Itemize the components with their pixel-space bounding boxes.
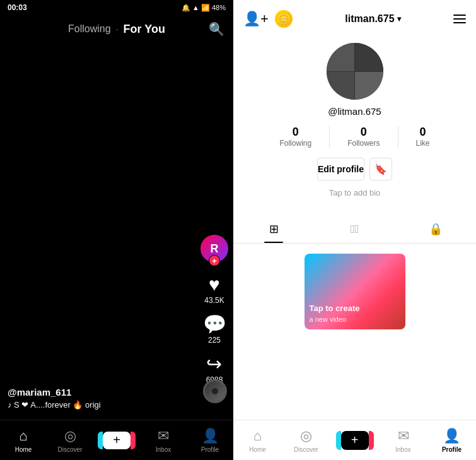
likes-count: 0 [420,126,426,139]
nav-home[interactable]: ⌂ Home [0,428,47,453]
stat-followers[interactable]: 0 Followers [329,126,397,148]
right-nav-profile[interactable]: 👤 Profile [427,428,476,453]
profile-avatar-section: @litman.675 0 Following 0 Followers 0 Li… [233,38,476,215]
tab-videos[interactable]: ⊞ [233,215,314,243]
home-label: Home [15,446,32,453]
chevron-down-icon: ▾ [397,15,401,23]
video-grid-area: Tap to create a new video [233,244,476,339]
home-icon: ⌂ [19,428,27,444]
videos-grid-icon: ⊞ [269,222,279,236]
nav-profile[interactable]: 👤 Profile [187,428,233,453]
create-video-title: Tap to create [310,304,360,313]
avatar-collage [327,43,383,100]
discover-label: Discover [58,446,83,453]
profile-handle: @litman.675 [328,106,381,117]
right-home-label: Home [249,446,266,453]
video-username[interactable]: @mariam_611 [8,387,195,398]
create-video-subtitle: a new video [310,316,347,323]
right-nav-discover[interactable]: ◎ Discover [282,428,330,453]
right-nav-home[interactable]: ⌂ Home [233,428,282,453]
create-button[interactable]: + [103,432,131,449]
nav-create[interactable]: + [93,432,140,449]
status-icons: 🔔 ▲ 📶 48% [182,4,226,12]
right-discover-icon: ◎ [300,428,312,444]
inbox-label: Inbox [156,446,171,453]
followers-count: 0 [361,126,367,139]
right-create-button[interactable]: + [341,431,369,450]
profile-avatar[interactable] [327,43,383,100]
avatar-photo-1 [327,43,355,71]
following-count: 0 [293,126,299,139]
inbox-icon: ✉ [158,428,169,444]
creator-avatar[interactable]: R + [200,235,228,262]
avatar-photo-2 [355,43,383,71]
like-count: 43.5K [204,296,224,305]
nav-inbox[interactable]: ✉ Inbox [140,428,187,453]
right-inbox-label: Inbox [395,446,410,453]
likes-label: Like [416,139,430,148]
create-video-text: Tap to create a new video [305,298,365,329]
coin-icon[interactable]: 🪙 [275,10,293,28]
plus-icon: + [113,433,120,447]
nav-following[interactable]: Following [68,23,111,35]
followers-label: Followers [347,139,380,148]
profile-label: Profile [201,446,219,453]
music-center [212,388,218,394]
right-profile-label: Profile [442,446,461,453]
username-text: litman.675 [345,13,394,25]
right-nav-inbox[interactable]: ✉ Inbox [379,428,427,453]
right-plus-icon: + [351,433,359,447]
action-buttons: R + ♥ 43.5K 💬 225 ↪ 6988 [200,235,228,384]
stats-row: 0 Following 0 Followers 0 Like [233,126,476,148]
stat-likes[interactable]: 0 Like [398,126,448,148]
profile-icon: 👤 [202,428,219,444]
nav-separator: · [116,24,119,34]
nav-foryou[interactable]: For You [124,23,165,36]
following-label: Following [279,139,311,148]
content-tabs: ⊞ ♡⃝ 🔒 [233,215,476,244]
nav-discover[interactable]: ◎ Discover [47,428,93,453]
bookmark-button[interactable]: 🔖 [369,158,392,180]
right-panel: 👤+ 🪙 litman.675 ▾ @litman.675 0 [233,0,476,460]
hamburger-line-2 [453,18,466,20]
video-feed [0,0,233,420]
lock-icon: 🔒 [429,222,443,236]
stat-following[interactable]: 0 Following [262,126,329,148]
right-home-icon: ⌂ [253,428,262,444]
right-profile-icon: 👤 [443,428,460,444]
comment-icon: 💬 [203,315,226,334]
profile-header-left: 👤+ 🪙 [243,10,293,28]
tab-liked[interactable]: ♡⃝ [314,215,395,243]
profile-username-display[interactable]: litman.675 ▾ [345,13,400,25]
comment-button[interactable]: 💬 225 [203,315,226,345]
right-nav-create[interactable]: + [330,431,379,450]
avatar-letter: R [211,242,219,256]
heart-icon: ♥ [209,275,220,294]
avatar-photo-4 [355,72,383,100]
edit-profile-button[interactable]: Edit profile [317,158,364,180]
bio-text[interactable]: Tap to add bio [329,188,381,198]
right-inbox-icon: ✉ [398,428,409,444]
video-caption: ♪ S ❤ A....forever 🔥 origi [8,400,195,410]
bookmark-icon: 🔖 [374,163,387,175]
tab-private[interactable]: 🔒 [395,215,476,243]
hamburger-line-3 [453,22,466,23]
like-button[interactable]: ♥ 43.5K [204,275,224,305]
video-info: @mariam_611 ♪ S ❤ A....forever 🔥 origi [8,387,195,410]
music-disc[interactable] [203,379,227,403]
create-video-card[interactable]: Tap to create a new video [305,254,405,329]
battery-icon: 🔔 ▲ 📶 48% [182,4,226,12]
left-panel: 00:03 🔔 ▲ 📶 48% Following · For You 🔍 R … [0,0,233,460]
profile-header: 👤+ 🪙 litman.675 ▾ [233,0,476,38]
hamburger-menu[interactable] [453,15,466,23]
status-time: 00:03 [8,3,27,12]
search-icon[interactable]: 🔍 [209,21,224,37]
bottom-nav-left: ⌂ Home ◎ Discover + ✉ Inbox 👤 Profile [0,420,233,460]
avatar-photo-3 [327,72,355,100]
add-friend-icon[interactable]: 👤+ [243,11,269,27]
right-discover-label: Discover [294,446,318,453]
hamburger-line-1 [453,15,466,16]
liked-icon: ♡⃝ [351,223,359,236]
follow-plus-badge[interactable]: + [209,255,220,266]
top-nav: Following · For You 🔍 [0,15,233,43]
